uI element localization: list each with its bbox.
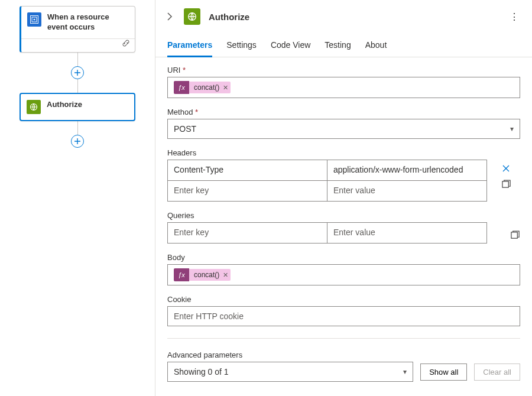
action-config-panel: Authorize ⋮ Parameters Settings Code Vie… [155, 0, 532, 396]
advanced-select[interactable]: Showing 0 of 1 ▾ [167, 362, 413, 382]
expression-token[interactable]: concat() ✕ [189, 82, 231, 93]
action-title: Authorize [47, 100, 82, 110]
trigger-node[interactable]: When a resource event occurs [20, 6, 135, 53]
fx-badge: ƒx [174, 81, 189, 94]
field-headers: Headers Content-Type application/x-www-f… [167, 148, 520, 202]
uri-input[interactable]: ƒx concat() ✕ [167, 77, 520, 98]
chevron-down-icon: ▾ [510, 125, 514, 133]
remove-token-button[interactable]: ✕ [223, 271, 228, 279]
field-advanced: Advanced parameters Showing 0 of 1 ▾ Sho… [167, 350, 520, 382]
tab-parameters[interactable]: Parameters [167, 35, 212, 57]
remove-row-button[interactable] [501, 163, 511, 174]
header-value-input[interactable]: Enter value [327, 181, 486, 201]
header-row: Content-Type application/x-www-form-urle… [168, 160, 486, 180]
trigger-title: When a resource event occurs [47, 12, 128, 33]
tabs: Parameters Settings Code View Testing Ab… [155, 31, 532, 57]
tab-settings[interactable]: Settings [226, 35, 257, 57]
more-button[interactable]: ⋮ [508, 11, 520, 22]
designer-canvas: When a resource event occurs Authorize [0, 0, 155, 396]
svg-point-1 [34, 19, 35, 20]
edge [77, 79, 78, 93]
header-row-new: Enter key Enter value [168, 180, 486, 201]
http-icon [27, 100, 41, 114]
tab-code-view[interactable]: Code View [271, 35, 310, 57]
chevron-down-icon: ▾ [403, 368, 407, 376]
edge [77, 121, 78, 135]
http-icon [184, 8, 200, 25]
action-node-authorize[interactable]: Authorize [20, 93, 135, 121]
edge [77, 53, 78, 67]
query-key-input[interactable]: Enter key [168, 223, 327, 243]
headers-label: Headers [167, 148, 520, 157]
add-step-button[interactable] [71, 66, 84, 79]
field-cookie: Cookie [167, 295, 520, 326]
show-all-button[interactable]: Show all [420, 363, 467, 381]
tab-testing[interactable]: Testing [325, 35, 351, 57]
collapse-button[interactable] [164, 11, 176, 22]
svg-rect-5 [511, 232, 517, 238]
body-label: Body [167, 253, 520, 262]
query-row-new: Enter key Enter value [168, 223, 486, 243]
expression-token[interactable]: concat() ✕ [189, 269, 231, 281]
add-step-button[interactable] [71, 135, 84, 148]
field-body: Body ƒx concat() ✕ [167, 253, 520, 285]
advanced-label: Advanced parameters [167, 350, 520, 359]
tab-about[interactable]: About [365, 35, 387, 57]
switch-editor-button[interactable] [501, 178, 511, 189]
uri-label: URI [167, 66, 520, 74]
event-grid-icon [27, 12, 41, 27]
remove-token-button[interactable]: ✕ [223, 84, 228, 92]
query-value-input[interactable]: Enter value [327, 223, 486, 243]
cookie-input[interactable] [167, 306, 520, 326]
link-icon [122, 39, 130, 50]
field-queries: Queries Enter key Enter value [167, 211, 520, 244]
header-key-input[interactable]: Enter key [168, 181, 327, 201]
header-key-input[interactable]: Content-Type [168, 160, 327, 180]
switch-editor-button[interactable] [510, 229, 520, 240]
field-method: Method POST ▾ [167, 108, 520, 139]
cookie-label: Cookie [167, 295, 520, 304]
fx-badge: ƒx [174, 268, 189, 281]
header-value-input[interactable]: application/x-www-form-urlencoded [327, 160, 486, 180]
divider [167, 338, 520, 339]
panel-title: Authorize [209, 12, 500, 22]
method-select[interactable]: POST ▾ [167, 119, 520, 139]
body-input[interactable]: ƒx concat() ✕ [167, 264, 520, 285]
queries-label: Queries [167, 211, 520, 220]
svg-rect-4 [502, 181, 508, 187]
method-label: Method [167, 108, 520, 116]
clear-all-button: Clear all [474, 363, 520, 381]
field-uri: URI ƒx concat() ✕ [167, 66, 520, 98]
